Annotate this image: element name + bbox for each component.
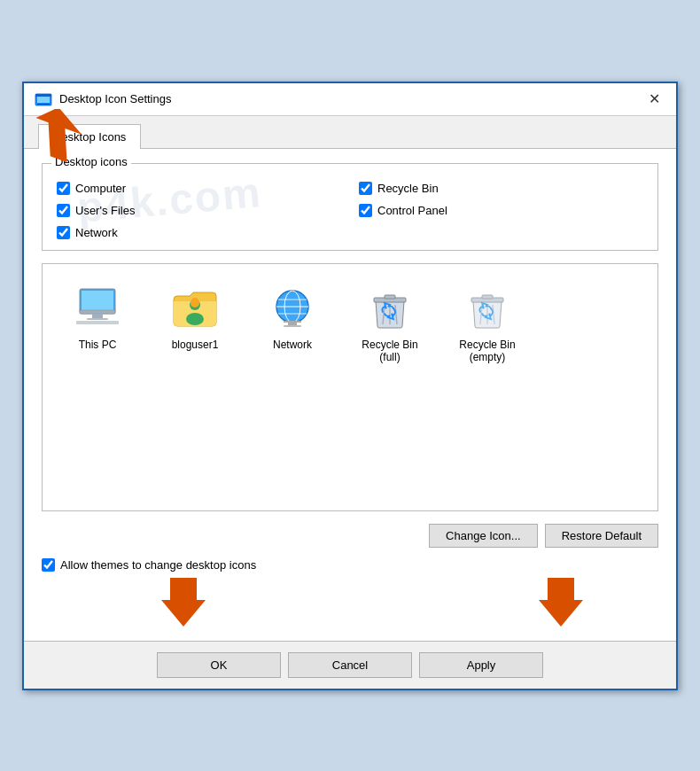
icon-item-bloguser1[interactable]: bloguser1 xyxy=(151,275,239,372)
svg-rect-10 xyxy=(76,321,119,324)
svg-marker-34 xyxy=(539,578,583,627)
svg-rect-20 xyxy=(284,321,301,323)
icon-action-buttons: Change Icon... Restore Default xyxy=(42,524,658,548)
arrow-apply xyxy=(534,578,587,627)
apply-button[interactable]: Apply xyxy=(419,652,543,678)
recycle-bin-empty-icon xyxy=(463,284,512,333)
svg-rect-32 xyxy=(482,295,493,299)
footer: OK Cancel Apply xyxy=(24,641,676,689)
icon-item-recycle-bin-full[interactable]: Recycle Bin (full) xyxy=(346,275,434,372)
svg-rect-7 xyxy=(80,310,115,314)
svg-rect-22 xyxy=(284,325,301,327)
window-icon xyxy=(35,90,52,108)
change-icon-button[interactable]: Change Icon... xyxy=(429,524,538,548)
allow-themes-checkbox[interactable] xyxy=(42,558,55,572)
checkbox-network[interactable]: Network xyxy=(57,226,341,239)
title-bar: Desktop Icon Settings ✕ xyxy=(24,83,676,116)
checkbox-grid: Computer Recycle Bin User's Files Contro… xyxy=(57,182,643,239)
allow-themes-row: Allow themes to change desktop icons xyxy=(42,558,658,572)
ok-button[interactable]: OK xyxy=(157,652,281,678)
svg-rect-21 xyxy=(288,323,297,325)
arrow-area xyxy=(42,582,658,627)
svg-rect-6 xyxy=(82,291,113,311)
icon-item-recycle-bin-empty[interactable]: Recycle Bin (empty) xyxy=(443,275,532,372)
group-title: Desktop icons xyxy=(51,155,131,168)
icon-item-this-pc[interactable]: This PC xyxy=(53,275,142,372)
icon-label-this-pc: This PC xyxy=(79,339,117,351)
svg-marker-33 xyxy=(161,578,206,627)
tab-bar: Desktop Icons xyxy=(24,116,676,149)
svg-point-14 xyxy=(191,298,198,305)
tab-desktop-icons[interactable]: Desktop Icons xyxy=(38,124,141,149)
bloguser1-icon xyxy=(170,284,220,333)
checkbox-recycle-bin[interactable]: Recycle Bin xyxy=(359,182,643,195)
icon-grid: This PC bloguser1 xyxy=(53,275,647,372)
desktop-icon-settings-window: Desktop Icon Settings ✕ Desktop Icons p4… xyxy=(22,82,678,690)
checkbox-computer[interactable]: Computer xyxy=(57,182,341,195)
icon-label-recycle-empty: Recycle Bin (empty) xyxy=(459,339,515,363)
this-pc-icon xyxy=(73,284,122,333)
window-title: Desktop Icon Settings xyxy=(59,92,636,105)
restore-default-button[interactable]: Restore Default xyxy=(545,524,658,548)
svg-point-12 xyxy=(186,313,204,325)
network-icon xyxy=(268,284,317,333)
icon-item-network[interactable]: Network xyxy=(248,275,337,372)
desktop-icons-group: Desktop icons Computer Recycle Bin User'… xyxy=(42,163,658,251)
recycle-bin-full-icon xyxy=(365,284,415,333)
icon-grid-box: This PC bloguser1 xyxy=(42,263,658,511)
svg-rect-1 xyxy=(37,96,50,103)
icon-label-recycle-full: Recycle Bin (full) xyxy=(362,339,417,363)
svg-rect-2 xyxy=(35,94,51,97)
allow-themes-label: Allow themes to change desktop icons xyxy=(60,558,256,572)
icon-label-network: Network xyxy=(273,339,312,351)
svg-rect-3 xyxy=(37,104,50,105)
close-button[interactable]: ✕ xyxy=(643,90,665,108)
checkbox-control-panel[interactable]: Control Panel xyxy=(359,204,643,217)
arrow-ok xyxy=(157,578,210,627)
icon-label-bloguser1: bloguser1 xyxy=(172,339,219,351)
svg-rect-9 xyxy=(87,318,108,320)
main-content: p4k.com Desktop icons Computer Recycle B… xyxy=(24,149,676,641)
checkbox-users-files[interactable]: User's Files xyxy=(57,204,341,217)
svg-rect-8 xyxy=(92,314,103,318)
cancel-button[interactable]: Cancel xyxy=(288,652,412,678)
svg-rect-27 xyxy=(385,295,395,299)
